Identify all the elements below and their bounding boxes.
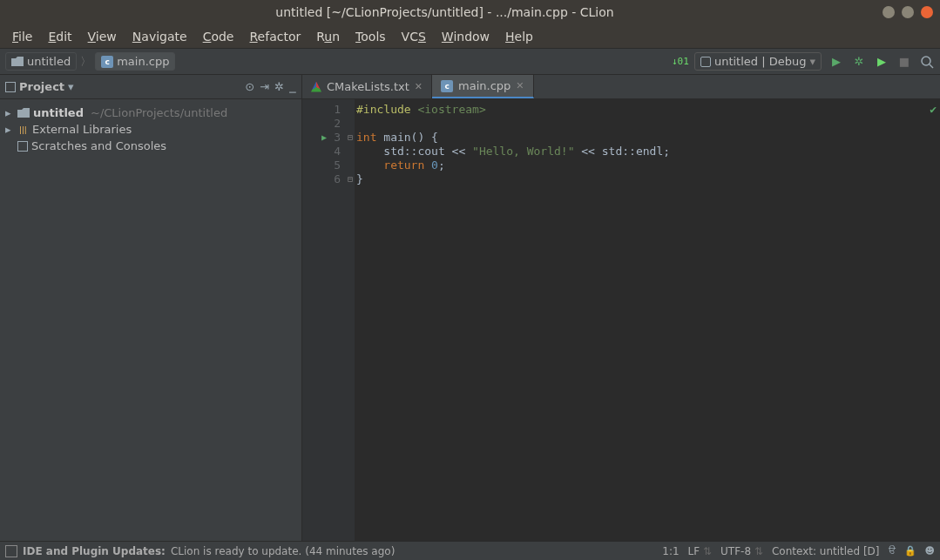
menu-window[interactable]: Window	[435, 28, 497, 45]
scratches-icon	[17, 141, 28, 152]
run-button[interactable]: ▶	[828, 54, 844, 70]
tree-root-name: untitled	[33, 106, 84, 119]
close-tab-icon[interactable]: ✕	[516, 80, 524, 91]
project-view-dropdown[interactable]: ▾	[68, 80, 74, 93]
hide-panel-button[interactable]: ⎯	[289, 80, 296, 93]
stop-button[interactable]: ■	[896, 54, 912, 70]
menu-edit[interactable]: Edit	[41, 28, 78, 45]
line-number: 2	[302, 117, 341, 131]
editor-area: CMakeLists.txt ✕ c main.cpp ✕ ✔ 1 2 3 4 …	[302, 75, 940, 541]
close-tab-icon[interactable]: ✕	[415, 81, 423, 92]
line-separator[interactable]: LF ⇅	[688, 545, 712, 557]
run-config-selector[interactable]: untitled | Debug ▾	[694, 52, 822, 71]
folder-icon	[17, 108, 30, 118]
window-maximize-button[interactable]	[902, 6, 914, 18]
library-icon: ⫼	[17, 123, 29, 136]
editor-tabs: CMakeLists.txt ✕ c main.cpp ✕	[302, 75, 940, 99]
status-msg-body: CLion is ready to update. (44 minutes ag…	[171, 545, 395, 557]
status-message[interactable]: IDE and Plugin Updates: CLion is ready t…	[23, 545, 395, 557]
tree-external-libraries[interactable]: ▸ ⫼ External Libraries	[3, 121, 298, 138]
expand-arrow-icon[interactable]: ▸	[5, 106, 14, 119]
breadcrumb-file[interactable]: c main.cpp	[95, 52, 175, 71]
run-config-label: untitled | Debug	[714, 55, 807, 68]
menu-help[interactable]: Help	[498, 28, 540, 45]
project-panel-title: Project	[19, 80, 64, 93]
status-msg-title: IDE and Plugin Updates:	[23, 545, 166, 557]
run-with-coverage-button[interactable]: ▶	[874, 54, 889, 70]
breadcrumb-root[interactable]: untitled	[5, 52, 77, 71]
project-view-icon	[5, 82, 16, 92]
run-line-marker-icon[interactable]: ▶	[321, 131, 327, 145]
folder-icon	[11, 57, 24, 66]
line-number: 1	[302, 103, 341, 117]
memory-indicator-icon[interactable]: ੳ	[889, 545, 896, 557]
expand-arrow-icon[interactable]: ▸	[5, 123, 14, 136]
line-number: 4	[302, 145, 341, 159]
menu-tools[interactable]: Tools	[348, 28, 393, 45]
breadcrumb-file-label: main.cpp	[117, 55, 169, 68]
tree-root-path: ~/CLionProjects/untitled	[91, 106, 227, 119]
binary-toggle-icon[interactable]: ↓01	[672, 54, 687, 70]
code-editor[interactable]: ✔ 1 2 3 4 5 6 ▶ ⊟ ⊟ #include <iostream> …	[302, 99, 940, 541]
collapse-all-button[interactable]: ⇥	[260, 80, 269, 93]
locate-file-button[interactable]: ⊙	[245, 80, 254, 93]
line-number-gutter: 1 2 3 4 5 6 ▶	[302, 99, 346, 541]
fold-end-icon[interactable]: ⊟	[346, 172, 355, 186]
status-tool-windows-icon[interactable]	[5, 545, 17, 557]
menu-navigate[interactable]: Navigate	[125, 28, 194, 45]
project-tree: ▸ untitled ~/CLionProjects/untitled ▸ ⫼ …	[0, 99, 301, 159]
chevron-down-icon: ▾	[809, 55, 815, 68]
menu-code[interactable]: Code	[196, 28, 241, 45]
read-only-toggle-icon[interactable]: 🔒	[904, 545, 916, 557]
tab-cmakelists[interactable]: CMakeLists.txt ✕	[302, 75, 432, 98]
tab-cmakelists-label: CMakeLists.txt	[327, 80, 409, 93]
caret-position[interactable]: 1:1	[662, 545, 679, 557]
menu-refactor[interactable]: Refactor	[242, 28, 308, 45]
breadcrumb: untitled 〉 c main.cpp	[5, 52, 175, 71]
settings-gear-icon[interactable]: ✲	[274, 80, 284, 93]
chevron-right-icon: 〉	[80, 54, 91, 70]
line-number: 5	[302, 159, 341, 172]
menu-vcs[interactable]: VCS	[395, 28, 433, 45]
debug-button[interactable]: ✲	[851, 54, 867, 70]
menu-file[interactable]: File	[5, 28, 39, 45]
tree-external-libs-label: External Libraries	[32, 123, 132, 136]
code-content[interactable]: #include <iostream> int main() { std::co…	[355, 99, 940, 541]
window-minimize-button[interactable]	[883, 6, 895, 18]
tree-scratches[interactable]: Scratches and Consoles	[3, 138, 298, 154]
window-close-button[interactable]	[921, 6, 933, 18]
menu-view[interactable]: View	[81, 28, 124, 45]
search-everywhere-button[interactable]	[919, 54, 935, 70]
svg-point-0	[922, 57, 930, 65]
navigation-bar: untitled 〉 c main.cpp ↓01 untitled | Deb…	[0, 49, 940, 75]
cmake-icon	[311, 82, 321, 92]
tree-root[interactable]: ▸ untitled ~/CLionProjects/untitled	[3, 105, 298, 121]
tab-main-label: main.cpp	[458, 79, 511, 92]
hector-icon[interactable]: ☻	[925, 545, 935, 557]
cpp-file-icon: c	[101, 56, 113, 68]
cpp-file-icon: c	[441, 80, 453, 92]
run-config-target-icon	[700, 57, 711, 67]
tree-scratches-label: Scratches and Consoles	[31, 139, 166, 152]
menubar: File Edit View Navigate Code Refactor Ru…	[0, 24, 940, 49]
fold-start-icon[interactable]: ⊟	[346, 131, 355, 145]
file-encoding[interactable]: UTF-8 ⇅	[720, 545, 763, 557]
status-bar: IDE and Plugin Updates: CLion is ready t…	[0, 541, 940, 560]
project-tool-window: Project ▾ ⊙ ⇥ ✲ ⎯ ▸ untitled ~/CLionProj…	[0, 75, 302, 541]
window-title: untitled [~/CLionProjects/untitled] - ..…	[7, 5, 883, 19]
line-number: 6	[302, 172, 341, 186]
menu-run[interactable]: Run	[309, 28, 347, 45]
tab-main-cpp[interactable]: c main.cpp ✕	[432, 75, 533, 98]
fold-gutter: ⊟ ⊟	[346, 99, 355, 541]
breadcrumb-root-label: untitled	[27, 55, 71, 68]
svg-line-1	[930, 64, 933, 68]
inspection-ok-icon: ✔	[930, 103, 937, 117]
project-panel-header: Project ▾ ⊙ ⇥ ✲ ⎯	[0, 75, 301, 99]
window-titlebar: untitled [~/CLionProjects/untitled] - ..…	[0, 0, 940, 24]
run-context[interactable]: Context: untitled [D]	[772, 545, 880, 557]
